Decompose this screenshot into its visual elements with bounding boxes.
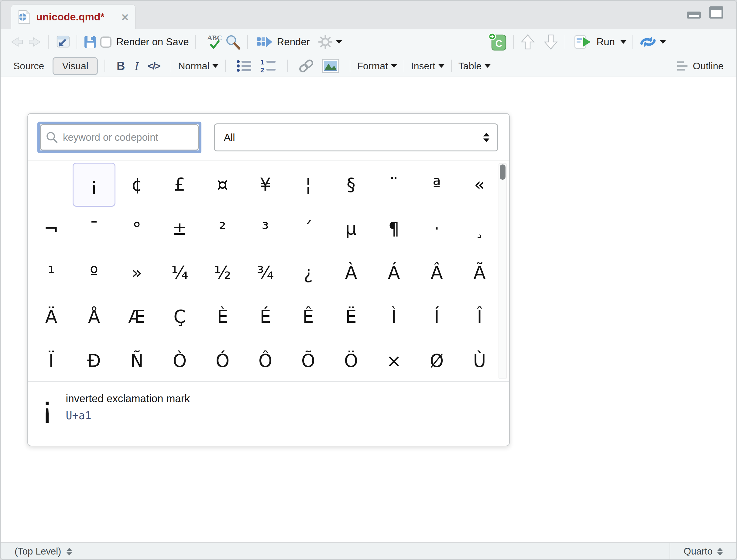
svg-text:C: C [495,38,502,49]
editor-canvas[interactable]: All ¡¢£¤¥¦§¨ª«¬¯°±²³´µ¶·¸¹º»¼½¾¿ÀÁÂÃÄÅÆÇ… [1,77,736,542]
character-cell[interactable]: ² [201,207,244,251]
character-cell[interactable]: « [458,163,501,207]
character-cell[interactable]: ¤ [201,163,244,207]
character-grid-region: ¡¢£¤¥¦§¨ª«¬¯°±²³´µ¶·¸¹º»¼½¾¿ÀÁÂÃÄÅÆÇÈÉÊË… [28,161,509,381]
character-cell[interactable]: À [330,251,372,295]
character-cell[interactable]: ª [415,163,458,207]
run-button[interactable]: Run [571,33,617,51]
character-cell[interactable]: × [372,339,415,381]
outline-toggle[interactable]: Outline [677,60,724,72]
minimize-pane-icon[interactable] [687,9,701,19]
character-cell[interactable]: Å [73,295,115,339]
character-cell[interactable]: » [115,251,158,295]
source-sync-icon[interactable] [639,35,657,49]
scrollbar-track[interactable] [498,163,507,379]
numbered-list-icon[interactable]: 1 2 [260,59,277,73]
character-cell[interactable]: ¾ [244,251,287,295]
character-cell[interactable] [30,163,73,207]
character-cell[interactable]: Í [415,295,458,339]
character-cell[interactable]: Á [372,251,415,295]
search-icon[interactable] [225,34,241,50]
bold-button[interactable]: B [117,60,125,73]
character-cell[interactable]: ´ [287,207,330,251]
character-cell[interactable]: ¥ [244,163,287,207]
gear-icon[interactable] [318,34,333,50]
source-mode-button[interactable]: Source [13,60,44,72]
down-arrow-icon[interactable] [543,34,559,50]
character-cell[interactable]: Ä [30,295,73,339]
search-input[interactable] [40,124,199,150]
character-cell[interactable]: ¯ [73,207,115,251]
scrollbar-thumb[interactable] [500,164,505,180]
tab-unicode-qmd[interactable]: unicode.qmd* × [11,5,136,29]
character-cell[interactable]: É [244,295,287,339]
character-cell[interactable]: Ð [73,339,115,381]
character-cell[interactable]: · [415,207,458,251]
character-cell[interactable]: ¡ [73,163,115,207]
scope-selector[interactable]: (Top Level) [1,546,72,557]
character-cell[interactable]: º [73,251,115,295]
character-cell[interactable]: Ô [244,339,287,381]
table-menu[interactable]: Table [458,60,491,72]
separator [195,35,196,49]
character-cell[interactable]: Ù [458,339,501,381]
character-cell[interactable]: Ø [415,339,458,381]
character-cell[interactable]: Ê [287,295,330,339]
paragraph-style-menu[interactable]: Normal [178,60,219,72]
character-cell[interactable]: Î [458,295,501,339]
source-options-caret[interactable] [660,40,666,44]
bullet-list-icon[interactable] [236,59,253,73]
back-icon[interactable] [10,36,24,48]
character-cell[interactable]: ¬ [30,207,73,251]
character-cell[interactable]: ³ [244,207,287,251]
character-cell[interactable]: Ñ [115,339,158,381]
character-cell[interactable]: Ö [330,339,372,381]
run-options-caret[interactable] [620,40,626,44]
visual-mode-button[interactable]: Visual [53,57,98,75]
format-menu[interactable]: Format [357,60,397,72]
character-cell[interactable]: Ë [330,295,372,339]
forward-icon[interactable] [28,36,42,48]
character-cell[interactable]: Â [415,251,458,295]
character-cell[interactable]: ½ [201,251,244,295]
character-cell[interactable]: µ [330,207,372,251]
character-cell[interactable]: ¼ [158,251,201,295]
character-cell[interactable]: ¢ [115,163,158,207]
character-cell[interactable]: Õ [287,339,330,381]
close-icon[interactable]: × [122,11,129,23]
character-cell[interactable]: Ò [158,339,201,381]
render-options-caret[interactable] [336,40,342,44]
character-cell[interactable]: È [201,295,244,339]
character-cell[interactable]: ± [158,207,201,251]
image-icon[interactable] [322,59,339,73]
character-cell[interactable]: ¶ [372,207,415,251]
document-format-selector[interactable]: Quarto [670,543,736,560]
render-button[interactable]: Render [254,33,312,50]
character-cell[interactable]: Ã [458,251,501,295]
character-cell[interactable]: ¹ [30,251,73,295]
save-icon[interactable] [83,35,97,49]
category-select[interactable]: All [214,123,498,151]
link-icon[interactable] [298,59,315,73]
character-cell[interactable]: § [330,163,372,207]
italic-button[interactable]: I [135,59,139,73]
character-cell[interactable]: £ [158,163,201,207]
maximize-pane-icon[interactable] [709,6,724,19]
character-cell[interactable]: Ó [201,339,244,381]
character-cell[interactable]: ¦ [287,163,330,207]
insert-chunk-icon[interactable]: C [488,33,507,51]
character-cell[interactable]: ¸ [458,207,501,251]
up-arrow-icon[interactable] [520,34,535,50]
character-cell[interactable]: ¨ [372,163,415,207]
insert-menu[interactable]: Insert [411,60,444,72]
popout-icon[interactable] [55,35,71,49]
inline-code-button[interactable]: </> [148,60,160,72]
character-cell[interactable]: Ï [30,339,73,381]
spellcheck-icon[interactable]: ABC [202,34,222,50]
character-cell[interactable]: Æ [115,295,158,339]
character-cell[interactable]: ¿ [287,251,330,295]
character-cell[interactable]: Ç [158,295,201,339]
character-cell[interactable]: Ì [372,295,415,339]
character-cell[interactable]: ° [115,207,158,251]
render-on-save-checkbox[interactable] [100,36,112,48]
